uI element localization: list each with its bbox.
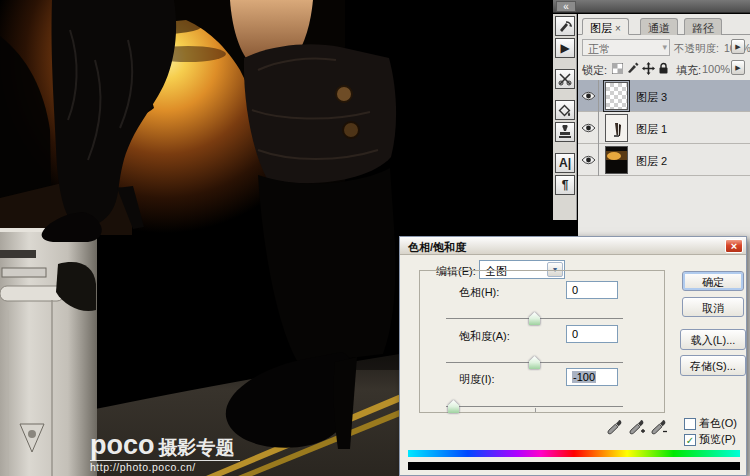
photoshop-window: poco摄影专题 http://photo.poco.cn/ « ▶ A| ¶ … (0, 0, 750, 476)
layer-row-1[interactable]: 图层 1 (578, 112, 750, 144)
ok-button[interactable]: 确定 (682, 271, 744, 291)
layer-thumbnail[interactable] (605, 82, 628, 110)
lock-label: 锁定: (582, 63, 607, 78)
tab-paths-label: 路径 (692, 22, 714, 34)
eyedropper-icon[interactable] (607, 419, 624, 436)
eye-icon (581, 123, 596, 133)
saturation-input[interactable]: 0 (566, 325, 618, 343)
layer-thumbnail[interactable] (605, 146, 628, 174)
colorize-label: 着色(O) (699, 416, 737, 431)
result-spectrum-bar (408, 462, 740, 470)
layer-row-3[interactable]: 图层 3 (578, 80, 750, 112)
watermark-title: 摄影专题 (159, 437, 235, 458)
saturation-value: 0 (572, 328, 578, 340)
lightness-input[interactable]: -100 (566, 368, 618, 386)
actions-icon[interactable]: ▶ (555, 38, 575, 58)
blend-mode-select[interactable]: 正常 ▾ (582, 39, 670, 56)
hue-label: 色相(H): (459, 285, 499, 300)
cancel-button[interactable]: 取消 (682, 297, 744, 317)
tab-paths[interactable]: 路径 (684, 18, 722, 35)
fill-arrow-button[interactable]: ▶ (731, 60, 745, 75)
paint-bucket-icon[interactable] (555, 100, 575, 120)
adjustment-groupbox (419, 270, 665, 413)
hue-spectrum-bar (408, 450, 740, 457)
tab-layers[interactable]: 图层× (582, 18, 629, 35)
watermark: poco摄影专题 http://photo.poco.cn/ (90, 432, 240, 473)
eye-icon (581, 155, 596, 165)
visibility-toggle[interactable] (578, 112, 599, 144)
visibility-toggle[interactable] (578, 144, 599, 176)
collapse-panels-button[interactable]: « (556, 1, 576, 12)
lock-paint-icon[interactable] (626, 61, 640, 75)
history-brush-icon[interactable] (555, 16, 575, 36)
load-button[interactable]: 载入(L)... (680, 329, 746, 350)
fill-value[interactable]: 100% (702, 63, 730, 75)
watermark-url: http://photo.poco.cn/ (90, 460, 240, 473)
checkbox-icon[interactable] (684, 418, 696, 430)
preview-checkbox[interactable]: ✓ 预览(P) (684, 432, 736, 447)
saturation-slider-handle[interactable] (529, 356, 540, 369)
layer-list: 图层 3 图层 1 图层 2 (578, 80, 750, 176)
lightness-value: -100 (572, 371, 596, 383)
panel-tabbar: 图层× 通道 路径 (578, 18, 750, 35)
tab-channels[interactable]: 通道 (640, 18, 678, 35)
hue-value: 0 (572, 284, 578, 296)
lock-row: 锁定: 填充: 100% ▶ (578, 59, 750, 78)
dialog-titlebar[interactable]: 色相/饱和度 × (400, 237, 746, 255)
lightness-slider-track[interactable] (446, 406, 623, 407)
tab-layers-label: 图层 (590, 22, 612, 34)
hue-saturation-dialog: 色相/饱和度 × 编辑(E): 全图 ▾ 色相(H): 0 饱和度(A): 0 … (399, 236, 747, 476)
checkbox-checked-icon[interactable]: ✓ (684, 434, 696, 446)
save-button[interactable]: 存储(S)... (680, 355, 746, 376)
hue-slider-handle[interactable] (529, 312, 540, 325)
stamp-icon[interactable] (555, 122, 575, 142)
visibility-toggle[interactable] (578, 80, 599, 112)
tab-close-icon[interactable]: × (615, 23, 621, 34)
blend-mode-row: 正常 ▾ 不透明度: 100% ▶ (578, 38, 750, 57)
layer-name[interactable]: 图层 2 (636, 154, 667, 169)
type-tool-icon[interactable]: A| (555, 153, 575, 173)
saturation-label: 饱和度(A): (459, 329, 510, 344)
toolbox-strip: ▶ A| ¶ (553, 14, 577, 220)
watermark-brand: poco (90, 430, 155, 460)
colorize-checkbox[interactable]: 着色(O) (684, 416, 737, 431)
lock-transparency-icon[interactable] (610, 61, 624, 75)
dock-header: « (553, 0, 750, 13)
lock-move-icon[interactable] (641, 61, 655, 75)
close-icon[interactable]: × (725, 239, 743, 253)
healing-icon[interactable] (555, 69, 575, 89)
fill-label: 填充: (676, 63, 701, 78)
layer-name[interactable]: 图层 3 (636, 90, 667, 105)
tab-channels-label: 通道 (648, 22, 670, 34)
notes-tool-icon[interactable]: ¶ (555, 175, 575, 195)
opacity-arrow-button[interactable]: ▶ (731, 39, 745, 54)
preview-label: 预览(P) (699, 432, 736, 447)
lightness-label: 明度(I): (459, 372, 494, 387)
eyedropper-subtract-icon[interactable] (651, 419, 668, 436)
lock-all-icon[interactable] (656, 61, 670, 75)
eyedropper-add-icon[interactable] (629, 419, 646, 436)
blend-mode-value: 正常 (588, 43, 610, 55)
layer-name[interactable]: 图层 1 (636, 122, 667, 137)
layer-thumbnail[interactable] (605, 114, 628, 142)
dialog-title: 色相/饱和度 (408, 240, 466, 255)
hue-input[interactable]: 0 (566, 281, 618, 299)
layer-row-2[interactable]: 图层 2 (578, 144, 750, 176)
opacity-label: 不透明度: (674, 42, 719, 56)
chevron-down-icon: ▾ (662, 42, 667, 52)
eye-icon (581, 91, 596, 101)
lightness-slider-handle[interactable] (448, 400, 459, 413)
